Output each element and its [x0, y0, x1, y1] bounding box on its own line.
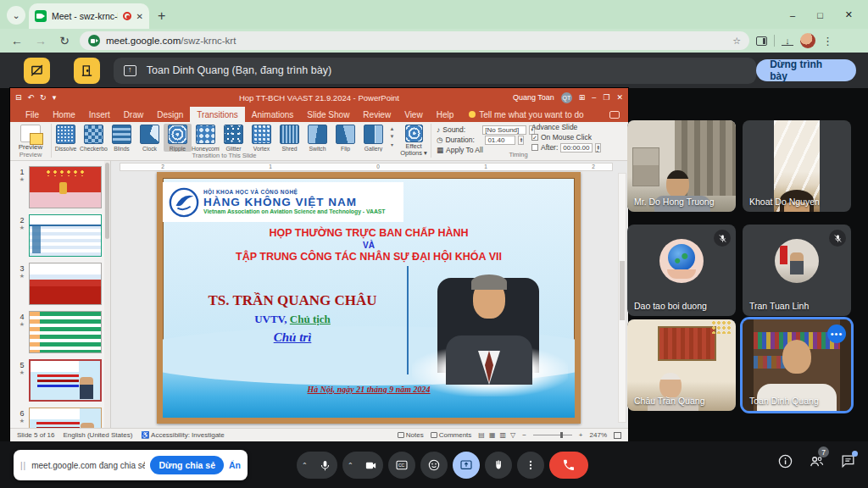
tab-home[interactable]: Home [46, 107, 82, 122]
ppt-minimize-button[interactable]: – [592, 93, 596, 102]
mic-options-icon[interactable]: ⌃ [302, 462, 308, 469]
tab-slide-show[interactable]: Slide Show [300, 107, 356, 122]
slide-2-thumbnail[interactable] [29, 214, 102, 257]
tell-me-box[interactable]: Tell me what you want to do [460, 110, 583, 119]
side-panel-icon[interactable] [756, 36, 767, 46]
account-avatar[interactable]: QT [561, 92, 572, 103]
captions-button[interactable]: CC [388, 452, 415, 479]
tab-transitions[interactable]: Transitions [190, 107, 245, 122]
tab-view[interactable]: View [398, 107, 430, 122]
reactions-button[interactable] [420, 452, 448, 479]
zoom-level[interactable]: 247% [590, 431, 607, 439]
zoom-out-button[interactable]: − [522, 431, 526, 439]
new-tab-button[interactable]: + [158, 8, 165, 24]
hide-share-bar-link[interactable]: Ẩn [229, 460, 241, 470]
window-close-button[interactable]: ✕ [845, 9, 853, 20]
language-indicator[interactable]: English (United States) [63, 431, 132, 439]
transition-flip[interactable]: Flip [331, 124, 359, 152]
tab-help[interactable]: Help [430, 107, 461, 122]
participant-tile-linh[interactable]: Tran Tuan Linh [743, 225, 851, 316]
address-bar[interactable]: meet.google.com/swz-krnc-krt ☆ [80, 31, 749, 50]
participant-tile-chau[interactable]: Châu Trần Quang [627, 319, 736, 411]
transition-ripple[interactable]: Ripple [164, 124, 192, 152]
transition-glitter[interactable]: Glitter [220, 124, 248, 152]
reading-view-icon[interactable]: ▥ [499, 431, 506, 439]
current-slide[interactable]: HỘI KHOA HỌC VÀ CÔNG NGHỆ HÀNG KHÔNG VIỆ… [157, 172, 581, 424]
notes-button[interactable]: Notes [398, 431, 424, 439]
slide-thumb-3[interactable]: 3★ [15, 263, 110, 305]
window-minimize-button[interactable]: – [790, 10, 795, 20]
slide-thumb-4[interactable]: 4★ [15, 311, 110, 353]
slide-6-thumbnail[interactable] [29, 408, 102, 428]
tab-close-button[interactable]: ✕ [136, 12, 143, 21]
transition-dissolve[interactable]: Dissolve [52, 124, 80, 152]
meeting-details-button[interactable] [777, 453, 793, 473]
transition-honeycomb[interactable]: Honeycomb [192, 124, 220, 152]
transition-shred[interactable]: Shred [275, 124, 303, 152]
present-button-active[interactable] [453, 452, 480, 479]
forward-button[interactable]: → [32, 34, 49, 47]
sound-select[interactable]: [No Sound] [482, 125, 526, 135]
window-maximize-button[interactable]: □ [817, 10, 823, 20]
slide-thumb-1[interactable]: 1★ [15, 166, 110, 208]
camera-options-icon[interactable]: ⌃ [348, 462, 353, 469]
tile-options-icon[interactable]: ••• [827, 324, 846, 343]
tab-animations[interactable]: Animations [245, 107, 300, 122]
tab-insert[interactable]: Insert [82, 107, 117, 122]
transition-clock[interactable]: Clock [136, 124, 164, 152]
end-call-button[interactable] [549, 452, 588, 479]
thumbnail-scrollbar[interactable] [104, 161, 110, 428]
slideshow-view-icon[interactable]: ▽ [510, 431, 515, 439]
gallery-scroll-buttons[interactable]: ▲▼▾ [387, 124, 397, 152]
slide-thumb-5-selected[interactable]: 5★ [15, 359, 110, 402]
participant-tile-daotao[interactable]: Dao tao boi duong [627, 225, 736, 316]
raise-hand-button[interactable] [485, 452, 512, 479]
leave-room-button[interactable] [74, 58, 100, 84]
tab-design[interactable]: Design [150, 107, 190, 122]
fit-slide-icon[interactable] [614, 432, 621, 439]
transition-blinds[interactable]: Blinds [108, 124, 136, 152]
backgrounds-off-button[interactable] [24, 58, 50, 84]
qat-more-icon[interactable]: ▾ [53, 93, 57, 102]
slide-4-thumbnail[interactable] [29, 311, 102, 353]
comments-button[interactable]: Comments [431, 431, 472, 439]
slide-3-thumbnail[interactable] [29, 263, 102, 305]
people-button[interactable]: 7 [809, 453, 825, 473]
transition-switch[interactable]: Switch [303, 124, 331, 152]
tab-file[interactable]: File [19, 107, 46, 122]
duration-input[interactable]: 01.40 [485, 136, 515, 145]
back-button[interactable]: ← [8, 34, 25, 47]
transition-gallery-item[interactable]: Gallery [359, 124, 387, 152]
canvas-vertical-scrollbar[interactable] [618, 173, 626, 423]
reload-button[interactable]: ↻ [56, 34, 73, 47]
tab-search-button[interactable]: ⌄ [7, 6, 25, 25]
undo-icon[interactable]: ↶ [28, 93, 35, 102]
profile-avatar[interactable] [800, 33, 815, 48]
stop-presenting-button[interactable]: Dừng trình bày [756, 59, 856, 81]
transition-checkerboard[interactable]: Checkerboa... [80, 124, 108, 152]
tab-review[interactable]: Review [356, 107, 398, 122]
ppt-restore-button[interactable]: ❐ [603, 93, 609, 102]
accessibility-status[interactable]: ♿ Accessibility: Investigate [141, 431, 224, 439]
on-mouse-click-checkbox[interactable]: ✓ [531, 134, 538, 141]
browser-tab-meet[interactable]: Meet - swz-krnc-krt ✕ [29, 3, 149, 29]
collapse-ribbon-icon[interactable]: ⌃ [594, 150, 600, 158]
slide-1-thumbnail[interactable] [29, 166, 102, 208]
participant-tile-khoat[interactable]: Khoat Do Nguyen [743, 120, 851, 212]
effect-options-button[interactable] [405, 125, 423, 142]
more-options-button[interactable] [517, 452, 544, 479]
preview-button[interactable] [20, 125, 41, 142]
tab-draw[interactable]: Draw [117, 107, 150, 122]
mic-button[interactable]: ⌃ [297, 452, 337, 479]
slide-thumb-6[interactable]: 6★ [15, 408, 110, 428]
slide-5-thumbnail[interactable] [29, 359, 102, 402]
drag-handle-icon[interactable]: || [20, 461, 26, 470]
zoom-slider[interactable] [533, 435, 572, 435]
duration-spinner[interactable]: ▴▾ [518, 136, 524, 145]
zoom-in-button[interactable]: + [579, 431, 583, 439]
redo-icon[interactable]: ↻ [40, 93, 47, 102]
slide-sorter-icon[interactable]: ▦ [489, 431, 496, 439]
bookmark-star-icon[interactable]: ☆ [732, 36, 741, 47]
stop-sharing-button[interactable]: Dừng chia sẻ [150, 456, 224, 474]
ppt-close-button[interactable]: ✕ [616, 93, 623, 102]
